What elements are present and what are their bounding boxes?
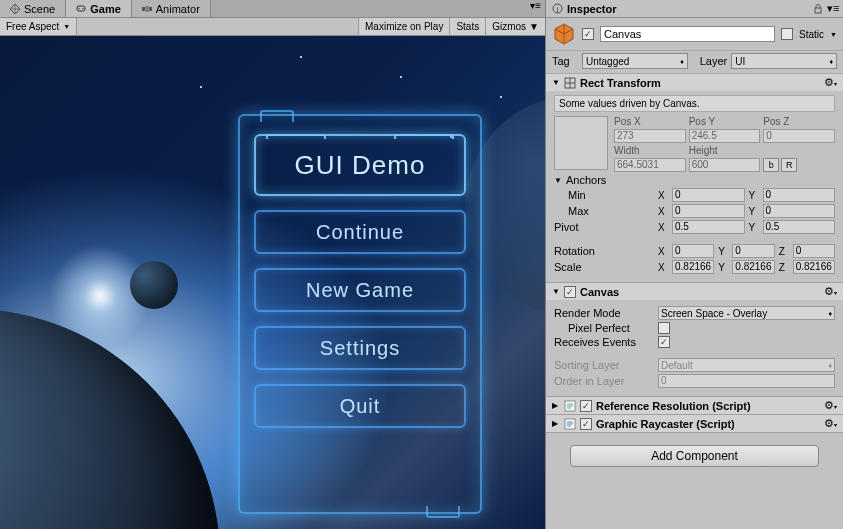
gear-icon[interactable]: ⚙▾ [824,76,837,89]
static-dropdown-icon[interactable]: ▼ [830,31,837,38]
refres-header[interactable]: ▶ Reference Resolution (Script) ⚙▾ [546,397,843,414]
receives-label: Receives Events [554,336,654,348]
chevron-down-icon: ♦ [680,58,684,65]
lock-icon[interactable] [813,4,823,14]
fold-icon[interactable]: ▼ [552,78,560,87]
fold-icon[interactable]: ▼ [554,176,562,185]
tab-scene[interactable]: Scene [0,0,66,17]
game-view[interactable]: GUI Demo Continue New Game Settings Quit [0,36,545,529]
tab-animator[interactable]: Animator [132,0,211,17]
maximize-button[interactable]: Maximize on Play [358,18,449,35]
layer-value: UI [735,56,745,67]
graphic-raycaster-component: ▶ Graphic Raycaster (Script) ⚙▾ [546,415,843,433]
left-popout-icon[interactable]: ▾≡ [526,0,545,17]
add-component-label: Add Component [651,449,738,463]
scale-x[interactable]: 0.82166 [672,260,714,274]
tag-layer-row: Tag Untagged♦ Layer UI♦ [546,51,843,74]
width-label: Width [614,145,686,156]
min-label: Min [554,189,654,201]
raw-button[interactable]: R [781,158,797,172]
gear-icon[interactable]: ⚙▾ [824,285,837,298]
raycaster-enable-checkbox[interactable] [580,418,592,430]
tab-animator-label: Animator [156,3,200,15]
rendermode-dropdown[interactable]: Screen Space - Overlay♦ [658,306,835,320]
settings-button[interactable]: Settings [254,326,466,370]
anchor-preset-button[interactable] [554,116,608,170]
left-tabs: Scene Game Animator ▾≡ [0,0,545,18]
height-field[interactable]: 600 [689,158,761,172]
posx-field[interactable]: 273 [614,129,686,143]
rect-note: Some values driven by Canvas. [554,95,835,112]
anchor-max-x[interactable]: 0 [672,204,745,218]
anchor-max-y[interactable]: 0 [763,204,836,218]
rotation-label: Rotation [554,245,654,257]
refres-enable-checkbox[interactable] [580,400,592,412]
aspect-dropdown[interactable]: Free Aspect▼ [0,18,77,35]
anchor-min-y[interactable]: 0 [763,188,836,202]
anchors-label: Anchors [566,174,606,186]
pivot-y[interactable]: 0.5 [763,220,836,234]
star-icon [400,76,402,78]
anchor-min-x[interactable]: 0 [672,188,745,202]
svg-point-1 [79,7,80,8]
script-icon [564,418,576,430]
tab-game-label: Game [90,3,121,15]
canvas-component: ▼ Canvas ⚙▾ Render ModeScreen Space - Ov… [546,283,843,397]
rot-y[interactable]: 0 [732,244,774,258]
continue-button[interactable]: Continue [254,210,466,254]
small-planet [130,261,178,309]
gizmos-dropdown[interactable]: Gizmos▼ [485,18,545,35]
panel-menu-icon[interactable]: ▾≡ [827,2,837,15]
svg-rect-5 [149,7,152,11]
width-field[interactable]: 664.5031 [614,158,686,172]
scale-z[interactable]: 0.82166 [793,260,835,274]
object-name-input[interactable] [600,26,775,42]
fold-icon[interactable]: ▶ [552,419,560,428]
posy-field[interactable]: 246.5 [689,129,761,143]
scale-y[interactable]: 0.82166 [732,260,774,274]
raycaster-header[interactable]: ▶ Graphic Raycaster (Script) ⚙▾ [546,415,843,432]
gear-icon[interactable]: ⚙▾ [824,399,837,412]
posz-field[interactable]: 0 [763,129,835,143]
rect-transform-header[interactable]: ▼ Rect Transform ⚙▾ [546,74,843,91]
star-icon [500,96,502,98]
order-label: Order in Layer [554,375,654,387]
canvas-header[interactable]: ▼ Canvas ⚙▾ [546,283,843,300]
rect-transform-icon [564,77,576,89]
quit-button[interactable]: Quit [254,384,466,428]
blueprint-button[interactable]: b [763,158,779,172]
height-label: Height [689,145,761,156]
svg-rect-0 [77,6,85,11]
stats-button[interactable]: Stats [449,18,485,35]
layer-dropdown[interactable]: UI♦ [731,53,837,69]
animator-icon [142,4,152,14]
pivot-x[interactable]: 0.5 [672,220,745,234]
static-label: Static [799,29,824,40]
pixelperfect-checkbox[interactable] [658,322,670,334]
receives-checkbox[interactable] [658,336,670,348]
rot-z[interactable]: 0 [793,244,835,258]
static-checkbox[interactable] [781,28,793,40]
fold-icon[interactable]: ▼ [552,287,560,296]
game-toolbar: Free Aspect▼ Maximize on Play Stats Gizm… [0,18,545,36]
svg-point-2 [83,7,84,8]
svg-rect-8 [815,8,821,13]
add-component-button[interactable]: Add Component [570,445,819,467]
rendermode-value: Screen Space - Overlay [661,308,767,319]
rot-x[interactable]: 0 [672,244,714,258]
newgame-button[interactable]: New Game [254,268,466,312]
tag-dropdown[interactable]: Untagged♦ [582,53,688,69]
fold-icon[interactable]: ▶ [552,401,560,410]
inspector-icon: i [552,3,563,14]
tab-game[interactable]: Game [66,0,132,17]
active-checkbox[interactable] [582,28,594,40]
object-header: Static ▼ [546,18,843,51]
chevron-down-icon: ▼ [529,21,539,32]
star-icon [200,86,202,88]
posz-label: Pos Z [763,116,835,127]
canvas-enable-checkbox[interactable] [564,286,576,298]
inspector-tab[interactable]: i Inspector ▾≡ [546,0,843,18]
rendermode-label: Render Mode [554,307,654,319]
raycaster-title: Graphic Raycaster (Script) [596,418,820,430]
gear-icon[interactable]: ⚙▾ [824,417,837,430]
